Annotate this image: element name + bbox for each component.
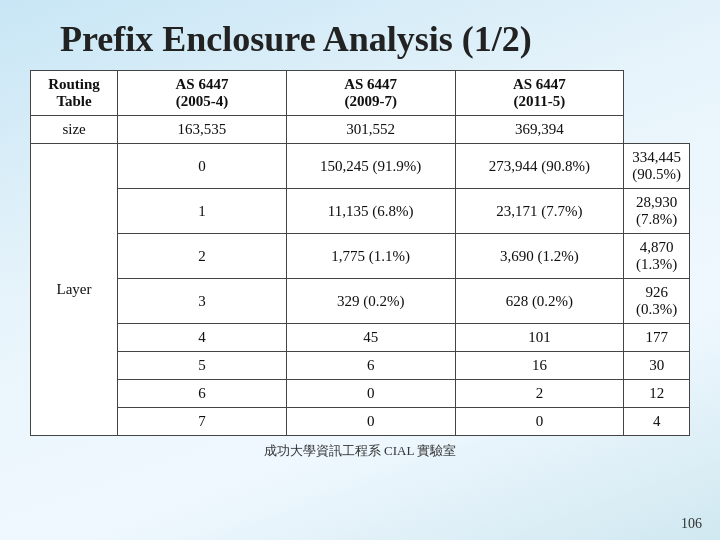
table-header-row: RoutingTable AS 6447(2005-4) AS 6447(200… <box>31 71 690 116</box>
data-table: RoutingTable AS 6447(2005-4) AS 6447(200… <box>30 70 690 436</box>
layer-1-col1: 11,135 (6.8%) <box>286 189 455 234</box>
layer-row-5: 5 6 16 30 <box>31 352 690 380</box>
layer-0-num: 0 <box>118 144 287 189</box>
layer-6-col3: 12 <box>624 380 690 408</box>
layer-6-col2: 2 <box>455 380 624 408</box>
layer-3-num: 3 <box>118 279 287 324</box>
header-routing: RoutingTable <box>31 71 118 116</box>
layer-2-col3: 4,870 (1.3%) <box>624 234 690 279</box>
header-as3: AS 6447(2011-5) <box>455 71 624 116</box>
layer-row-3: 3 329 (0.2%) 628 (0.2%) 926 (0.3%) <box>31 279 690 324</box>
size-row: size 163,535 301,552 369,394 <box>31 116 690 144</box>
layer-4-col2: 101 <box>455 324 624 352</box>
layer-3-col3: 926 (0.3%) <box>624 279 690 324</box>
layer-5-num: 5 <box>118 352 287 380</box>
layer-1-col3: 28,930 (7.8%) <box>624 189 690 234</box>
layer-3-col1: 329 (0.2%) <box>286 279 455 324</box>
layer-1-col2: 23,171 (7.7%) <box>455 189 624 234</box>
layer-2-num: 2 <box>118 234 287 279</box>
layer-4-num: 4 <box>118 324 287 352</box>
header-as1: AS 6447(2005-4) <box>118 71 287 116</box>
layer-4-col3: 177 <box>624 324 690 352</box>
layer-7-col1: 0 <box>286 408 455 436</box>
layer-0-col1: 150,245 (91.9%) <box>286 144 455 189</box>
layer-6-num: 6 <box>118 380 287 408</box>
layer-5-col1: 6 <box>286 352 455 380</box>
layer-row-0: Layer 0 150,245 (91.9%) 273,944 (90.8%) … <box>31 144 690 189</box>
layer-row-4: 4 45 101 177 <box>31 324 690 352</box>
table-container: RoutingTable AS 6447(2005-4) AS 6447(200… <box>30 70 690 436</box>
layer-5-col2: 16 <box>455 352 624 380</box>
size-col3: 369,394 <box>455 116 624 144</box>
page-number: 106 <box>681 516 702 532</box>
layer-7-col2: 0 <box>455 408 624 436</box>
layer-row-1: 1 11,135 (6.8%) 23,171 (7.7%) 28,930 (7.… <box>31 189 690 234</box>
footer-text: 成功大學資訊工程系 CIAL 實驗室 <box>0 442 720 460</box>
layer-row-2: 2 1,775 (1.1%) 3,690 (1.2%) 4,870 (1.3%) <box>31 234 690 279</box>
layer-row-7: 7 0 0 4 <box>31 408 690 436</box>
layer-2-col2: 3,690 (1.2%) <box>455 234 624 279</box>
layer-0-col2: 273,944 (90.8%) <box>455 144 624 189</box>
layer-4-col1: 45 <box>286 324 455 352</box>
layer-row-6: 6 0 2 12 <box>31 380 690 408</box>
layer-label: Layer <box>31 144 118 436</box>
layer-6-col1: 0 <box>286 380 455 408</box>
layer-3-col2: 628 (0.2%) <box>455 279 624 324</box>
layer-2-col1: 1,775 (1.1%) <box>286 234 455 279</box>
layer-5-col3: 30 <box>624 352 690 380</box>
size-col2: 301,552 <box>286 116 455 144</box>
layer-1-num: 1 <box>118 189 287 234</box>
size-label: size <box>31 116 118 144</box>
layer-7-col3: 4 <box>624 408 690 436</box>
layer-0-col3: 334,445 (90.5%) <box>624 144 690 189</box>
size-col1: 163,535 <box>118 116 287 144</box>
layer-7-num: 7 <box>118 408 287 436</box>
page-title: Prefix Enclosure Analysis (1/2) <box>0 0 720 70</box>
header-as2: AS 6447(2009-7) <box>286 71 455 116</box>
